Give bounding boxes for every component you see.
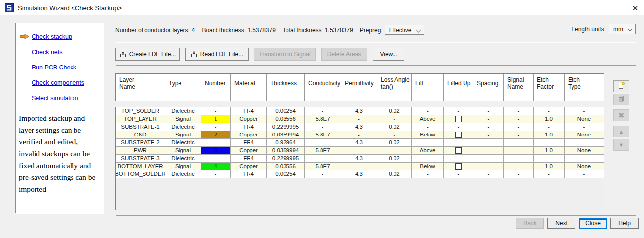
cell-permittivity[interactable]: - <box>341 115 377 123</box>
cell-loss[interactable]: - <box>377 163 412 170</box>
cell-spacing[interactable]: - <box>473 147 504 154</box>
cell-etch-factor[interactable]: 1.0 <box>534 115 565 123</box>
cell-conductivity[interactable]: - <box>305 170 341 178</box>
cell-type[interactable]: Signal <box>165 147 201 154</box>
cell-permittivity[interactable]: - <box>341 163 377 170</box>
nav-link[interactable]: Select simulation <box>32 95 78 102</box>
view-button[interactable]: View... <box>373 48 404 61</box>
cell-name[interactable]: BOTTOM_SOLDER <box>116 170 165 178</box>
cell-spacing[interactable]: - <box>473 123 504 131</box>
cell-loss[interactable]: 0.02 <box>377 139 412 146</box>
length-units-select[interactable]: mm <box>609 24 636 34</box>
cell-conductivity[interactable]: 5.8E7 <box>305 163 341 170</box>
cell-spacing[interactable]: - <box>473 170 504 178</box>
sidebar-item-check-stackup[interactable]: Check stackup <box>16 29 103 44</box>
nav-link[interactable]: Run PCB Check <box>32 64 76 71</box>
cell-thickness[interactable]: 0.0359994 <box>267 147 305 154</box>
cell-etch-factor[interactable]: - <box>534 155 565 162</box>
cell-signal-name[interactable]: - <box>504 155 534 162</box>
cell-thickness[interactable]: 0.03556 <box>267 115 305 123</box>
cell-fill[interactable]: - <box>412 170 444 178</box>
filled-up-checkbox[interactable] <box>455 147 462 154</box>
cell-loss[interactable]: - <box>377 131 412 138</box>
cell-number[interactable]: 2 <box>201 131 231 138</box>
cell-thickness[interactable]: 0.0359994 <box>267 131 305 138</box>
cell-filled-up[interactable] <box>444 163 473 170</box>
cell-filled-up[interactable] <box>444 131 473 138</box>
cell-material[interactable]: FR4 <box>231 123 267 131</box>
cell-loss[interactable]: 0.02 <box>377 155 412 162</box>
sidebar-item-check-nets[interactable]: Check nets <box>16 44 103 60</box>
cell-filled-up[interactable]: - <box>444 107 473 115</box>
sidebar-item-check-components[interactable]: Check components <box>16 75 103 90</box>
cell-conductivity[interactable]: - <box>305 123 341 131</box>
cell-loss[interactable]: - <box>377 147 412 154</box>
cell-permittivity[interactable]: - <box>341 131 377 138</box>
cell-signal-name[interactable]: - <box>504 107 534 115</box>
cell-etch-factor[interactable]: 1.0 <box>534 163 565 170</box>
cell-conductivity[interactable]: - <box>305 155 341 162</box>
cell-material[interactable]: Copper <box>231 115 267 123</box>
cell-type[interactable]: Signal <box>165 131 201 138</box>
cell-fill[interactable]: Above <box>412 115 444 123</box>
help-button[interactable]: Help <box>610 218 639 229</box>
cell-etch-type[interactable]: - <box>565 139 604 146</box>
cell-name[interactable]: SUBSTRATE-2 <box>116 139 165 146</box>
cell-etch-type[interactable]: None <box>565 115 604 123</box>
cell-signal-name[interactable]: - <box>504 163 534 170</box>
cell-thickness[interactable]: 0.2299995 <box>267 155 305 162</box>
cell-signal-name[interactable]: - <box>504 147 534 154</box>
cell-number[interactable]: 3 <box>201 147 231 154</box>
cell-type[interactable]: Dielectric <box>165 155 201 162</box>
cell-etch-factor[interactable]: 1.0 <box>534 147 565 154</box>
cell-permittivity[interactable]: - <box>341 147 377 154</box>
cell-spacing[interactable]: - <box>473 155 504 162</box>
cell-spacing[interactable]: - <box>473 131 504 138</box>
cell-fill[interactable]: - <box>412 123 444 131</box>
cell-material[interactable]: Copper <box>231 163 267 170</box>
cell-type[interactable]: Dielectric <box>165 107 201 115</box>
cell-etch-type[interactable]: None <box>565 163 604 170</box>
prepreg-select[interactable]: Effective <box>385 25 424 35</box>
cell-material[interactable]: FR4 <box>231 107 267 115</box>
cell-loss[interactable]: 0.02 <box>377 107 412 115</box>
cell-thickness[interactable]: 0.2299995 <box>267 123 305 131</box>
cell-fill[interactable]: - <box>412 107 444 115</box>
cell-conductivity[interactable]: 5.8E7 <box>305 131 341 138</box>
cell-etch-factor[interactable]: - <box>534 123 565 131</box>
filled-up-checkbox[interactable] <box>455 116 462 122</box>
cell-fill[interactable]: Below <box>412 131 444 138</box>
cell-signal-name[interactable]: - <box>504 131 534 138</box>
cell-permittivity[interactable]: 4.3 <box>341 170 377 178</box>
cell-etch-type[interactable]: - <box>565 107 604 115</box>
cell-name[interactable]: SUBSTRATE-1 <box>116 123 165 131</box>
cell-thickness[interactable]: 0.00254 <box>267 107 305 115</box>
cell-signal-name[interactable]: - <box>504 139 534 146</box>
cell-permittivity[interactable]: 4.3 <box>341 155 377 162</box>
cell-etch-factor[interactable]: - <box>534 139 565 146</box>
cell-etch-type[interactable]: - <box>565 170 604 178</box>
create-ldf-file-button[interactable]: Create LDF File... <box>115 48 180 61</box>
cell-name[interactable]: TOP_LAYER <box>116 115 165 123</box>
read-ldf-file-button[interactable]: Read LDF File... <box>185 48 249 61</box>
cell-conductivity[interactable]: 5.8E7 <box>305 115 341 123</box>
cell-number[interactable]: - <box>201 139 231 146</box>
new-item-button[interactable] <box>613 80 629 92</box>
cell-type[interactable]: Signal <box>165 115 201 123</box>
cell-etch-type[interactable]: - <box>565 123 604 131</box>
cell-conductivity[interactable]: 5.8E7 <box>305 147 341 154</box>
next-button[interactable]: Next <box>547 218 575 229</box>
cell-material[interactable]: FR4 <box>231 170 267 178</box>
cell-conductivity[interactable]: - <box>305 139 341 146</box>
cell-number[interactable]: - <box>201 170 231 178</box>
cell-filled-up[interactable] <box>444 147 473 154</box>
cell-fill[interactable]: - <box>412 139 444 146</box>
cell-material[interactable]: Copper <box>231 147 267 154</box>
cell-filled-up[interactable]: - <box>444 170 473 178</box>
cell-spacing[interactable]: - <box>473 107 504 115</box>
cell-number[interactable]: - <box>201 155 231 162</box>
cell-type[interactable]: Dielectric <box>165 170 201 178</box>
cell-material[interactable]: FR4 <box>231 139 267 146</box>
filled-up-checkbox[interactable] <box>455 163 462 170</box>
nav-link[interactable]: Check components <box>32 79 84 86</box>
